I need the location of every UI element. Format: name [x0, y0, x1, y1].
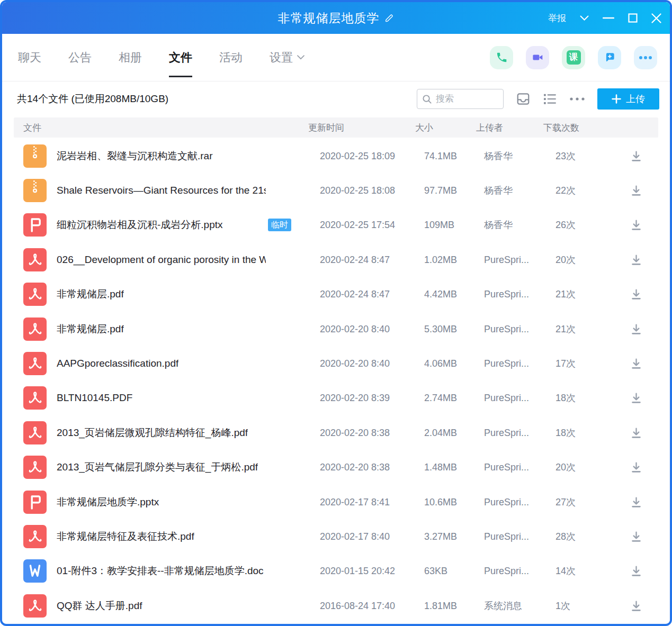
- file-size: 10.6MB: [424, 496, 457, 507]
- file-name[interactable]: 泥岩岩相、裂缝与沉积构造文献.rar: [57, 149, 213, 163]
- file-download-count: 26次: [555, 219, 576, 231]
- download-icon[interactable]: [629, 356, 643, 371]
- download-icon[interactable]: [629, 425, 643, 440]
- more-icon[interactable]: [634, 46, 657, 69]
- table-row[interactable]: 非常规储层特征及表征技术.pdf 2020-02-17 8:40 3.27MB …: [2, 519, 670, 554]
- class-icon[interactable]: 课: [562, 46, 585, 69]
- report-link[interactable]: 举报: [548, 12, 566, 24]
- table-row[interactable]: 2013_页岩储层微观孔隙结构特征_杨峰.pdf 2020-02-20 8:38…: [2, 415, 670, 450]
- file-updated-time: 2016-08-24 17:40: [320, 600, 395, 611]
- more-horizontal-icon[interactable]: [569, 97, 585, 101]
- download-icon[interactable]: [629, 564, 643, 578]
- file-download-count: 18次: [555, 392, 576, 404]
- tab-settings[interactable]: 设置: [268, 46, 306, 70]
- file-size: 74.1MB: [424, 150, 457, 161]
- video-call-icon[interactable]: [526, 46, 549, 69]
- file-uploader: PureSpri...: [484, 393, 529, 404]
- download-icon[interactable]: [629, 495, 643, 510]
- table-row[interactable]: Shale Reservoirs—Giant Resources for the…: [2, 173, 670, 207]
- file-name[interactable]: 2013_页岩气储层孔隙分类与表征_于炳松.pdf: [57, 460, 258, 474]
- search-input[interactable]: [436, 94, 498, 104]
- tab-album[interactable]: 相册: [118, 46, 143, 70]
- search-box[interactable]: [417, 89, 504, 109]
- tab-bar: 聊天 公告 相册 文件 活动 设置 课: [2, 34, 670, 81]
- file-uploader: PureSpri...: [484, 496, 529, 507]
- file-updated-time: 2020-02-20 8:38: [320, 427, 390, 438]
- file-name[interactable]: QQ群 达人手册.pdf: [57, 599, 142, 613]
- table-row[interactable]: 2013_页岩气储层孔隙分类与表征_于炳松.pdf 2020-02-20 8:3…: [2, 450, 670, 485]
- rar-icon: [23, 179, 47, 202]
- chevron-down-icon[interactable]: [580, 15, 589, 21]
- minimize-button[interactable]: [603, 17, 614, 19]
- edit-pencil-icon[interactable]: [384, 13, 395, 23]
- table-row[interactable]: 026__Development of organic porosity in …: [2, 242, 670, 277]
- file-list: 泥岩岩相、裂缝与沉积构造文献.rar 2020-02-25 18:09 74.1…: [2, 139, 670, 624]
- table-row[interactable]: 非常规储层.pdf 2020-02-24 8:47 4.42MB PureSpr…: [2, 277, 670, 312]
- file-name[interactable]: AAPGporeclassification.pdf: [57, 358, 178, 369]
- table-row[interactable]: AAPGporeclassification.pdf 2020-02-20 8:…: [2, 346, 670, 380]
- download-icon[interactable]: [629, 598, 643, 613]
- file-download-count: 1次: [555, 600, 570, 612]
- file-name[interactable]: BLTN10145.PDF: [57, 392, 132, 404]
- temp-badge: 临时: [268, 219, 291, 231]
- download-icon[interactable]: [629, 460, 643, 475]
- upload-button[interactable]: 上传: [597, 88, 659, 110]
- chevron-down-icon: [297, 55, 304, 60]
- tab-activity[interactable]: 活动: [218, 46, 244, 70]
- ppt-icon: [23, 491, 47, 514]
- close-button[interactable]: [651, 13, 661, 23]
- download-icon[interactable]: [629, 391, 643, 405]
- file-name[interactable]: 非常规储层.pdf: [57, 322, 124, 336]
- table-row[interactable]: QQ群 达人手册.pdf 2016-08-24 17:40 1.81MB 系统消…: [2, 588, 670, 623]
- file-uploader: 系统消息: [484, 600, 522, 612]
- table-row[interactable]: 非常规储层地质学.pptx 2020-02-17 8:41 10.6MB Pur…: [2, 485, 670, 519]
- table-row[interactable]: 细粒沉积物岩相及沉积-成岩分析.pptx 临时 2020-02-25 17:54…: [2, 208, 670, 242]
- download-icon[interactable]: [629, 252, 643, 267]
- download-icon[interactable]: [629, 529, 643, 544]
- file-uploader: 杨香华: [484, 150, 513, 162]
- file-updated-time: 2020-02-25 18:09: [320, 150, 395, 161]
- file-uploader: 杨香华: [484, 184, 513, 197]
- file-name[interactable]: Shale Reservoirs—Giant Resources for the…: [57, 185, 266, 196]
- table-row[interactable]: 泥岩岩相、裂缝与沉积构造文献.rar 2020-02-25 18:09 74.1…: [2, 139, 670, 173]
- download-icon[interactable]: [629, 149, 643, 164]
- file-name[interactable]: 非常规储层特征及表征技术.pdf: [57, 530, 194, 543]
- file-size: 1.81MB: [424, 600, 457, 611]
- table-row[interactable]: BLTN10145.PDF 2020-02-20 8:39 2.74MB Pur…: [2, 381, 670, 415]
- file-name[interactable]: 非常规储层.pdf: [57, 287, 124, 301]
- pdf-icon: [23, 352, 47, 375]
- column-header-file: 文件: [23, 122, 41, 134]
- plus-icon: [612, 94, 621, 104]
- maximize-button[interactable]: [628, 13, 638, 23]
- table-header: 文件 更新时间 大小 上传者 下载次数: [14, 117, 658, 138]
- tab-chat[interactable]: 聊天: [17, 46, 42, 70]
- tab-files[interactable]: 文件: [168, 46, 193, 70]
- doc-icon: [23, 559, 47, 583]
- column-header-updated: 更新时间: [308, 122, 344, 134]
- phone-icon[interactable]: [490, 46, 513, 69]
- table-row[interactable]: 01-附件3：教学安排表--非常规储层地质学.doc 2020-01-15 20…: [2, 554, 670, 588]
- file-updated-time: 2020-02-20 8:40: [320, 323, 390, 334]
- pdf-icon: [23, 386, 47, 410]
- search-icon: [422, 94, 432, 104]
- file-name[interactable]: 2013_页岩储层微观孔隙结构特征_杨峰.pdf: [57, 426, 248, 440]
- file-name[interactable]: 细粒沉积物岩相及沉积-成岩分析.pptx: [57, 218, 223, 232]
- chat-plus-icon[interactable]: [598, 46, 621, 69]
- rar-icon: [23, 144, 47, 168]
- table-row[interactable]: 非常规储层.pdf 2020-02-20 8:40 5.30MB PureSpr…: [2, 312, 670, 346]
- window-title: 非常规储层地质学: [278, 10, 380, 26]
- file-size: 1.48MB: [424, 462, 457, 473]
- file-name[interactable]: 026__Development of organic porosity in …: [57, 254, 266, 266]
- inbox-icon[interactable]: [516, 92, 531, 106]
- download-icon[interactable]: [629, 322, 643, 337]
- download-icon[interactable]: [629, 287, 643, 302]
- tab-announcement[interactable]: 公告: [67, 46, 93, 70]
- file-name[interactable]: 非常规储层地质学.pptx: [57, 495, 159, 509]
- file-name[interactable]: 01-附件3：教学安排表--非常规储层地质学.doc: [57, 564, 264, 578]
- list-view-icon[interactable]: [543, 93, 557, 105]
- group-file-window: 非常规储层地质学 举报 聊天 公告 相册 文件: [0, 0, 672, 626]
- download-icon[interactable]: [629, 217, 643, 232]
- file-updated-time: 2020-02-25 17:54: [320, 220, 395, 231]
- download-icon[interactable]: [629, 183, 643, 198]
- file-uploader: PureSpri...: [484, 462, 529, 473]
